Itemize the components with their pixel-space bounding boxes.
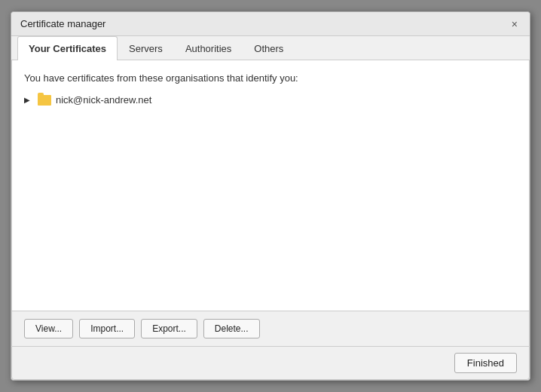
dialog-title: Certificate manager bbox=[20, 18, 105, 29]
tab-others[interactable]: Others bbox=[243, 36, 295, 60]
tab-servers[interactable]: Servers bbox=[118, 36, 174, 60]
import-button[interactable]: Import... bbox=[79, 319, 135, 338]
tab-bar: Your Certificates Servers Authorities Ot… bbox=[11, 36, 530, 60]
finished-button[interactable]: Finished bbox=[454, 353, 517, 373]
view-button[interactable]: View... bbox=[24, 319, 73, 338]
tab-your-certificates[interactable]: Your Certificates bbox=[17, 36, 118, 60]
cert-label: nick@nick-andrew.net bbox=[56, 94, 151, 106]
export-button[interactable]: Export... bbox=[141, 319, 197, 338]
folder-icon bbox=[38, 95, 51, 106]
certificate-manager-dialog: Certificate manager × Your Certificates … bbox=[11, 11, 530, 381]
button-bar: View... Import... Export... Delete... bbox=[11, 311, 530, 346]
tab-authorities[interactable]: Authorities bbox=[174, 36, 243, 60]
title-bar: Certificate manager × bbox=[11, 12, 530, 36]
content-description: You have certificates from these organis… bbox=[24, 72, 517, 84]
expand-arrow-icon: ▶ bbox=[24, 96, 33, 104]
content-area: You have certificates from these organis… bbox=[11, 60, 530, 311]
close-button[interactable]: × bbox=[509, 19, 521, 29]
footer: Finished bbox=[11, 346, 530, 380]
cert-entry[interactable]: ▶ nick@nick-andrew.net bbox=[24, 93, 517, 107]
delete-button[interactable]: Delete... bbox=[203, 319, 260, 338]
